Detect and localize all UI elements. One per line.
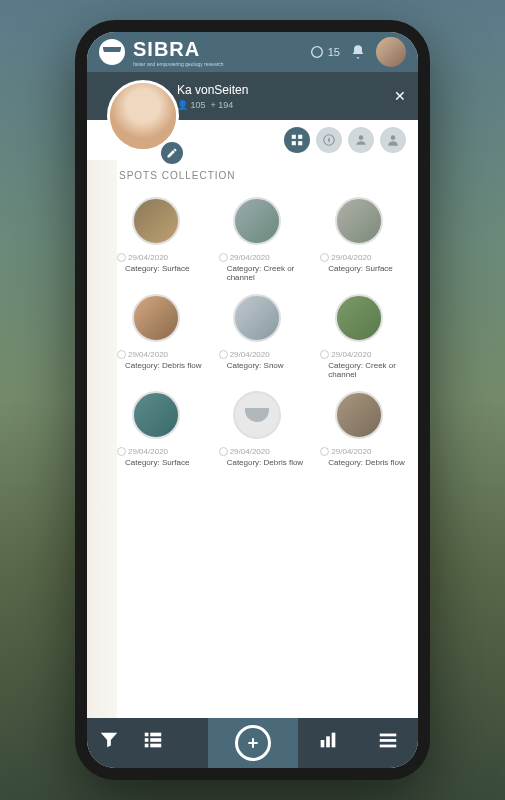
svg-rect-13 xyxy=(150,744,161,748)
svg-rect-11 xyxy=(150,738,161,742)
logo-tagline: faster and empowering geology research xyxy=(133,61,224,67)
logo-icon xyxy=(99,39,125,65)
spot-date: 29/04/2020 xyxy=(117,350,203,359)
spot-item[interactable]: 29/04/2020Category: Debris flow xyxy=(109,294,203,379)
section-title: SPOTS COLLECTION xyxy=(119,170,406,181)
spot-date: 29/04/2020 xyxy=(320,447,406,456)
spot-thumbnail xyxy=(335,197,383,245)
spot-category: Category: Creek or channel xyxy=(219,264,305,282)
spot-item[interactable]: 29/04/2020Category: Snow xyxy=(211,294,305,379)
spot-thumbnail xyxy=(335,294,383,342)
spot-date: 29/04/2020 xyxy=(117,253,203,262)
top-bar: SIBRA faster and empowering geology rese… xyxy=(87,32,418,72)
spot-item[interactable]: 29/04/2020Category: Surface xyxy=(109,197,203,282)
spot-category: Category: Snow xyxy=(219,361,305,370)
content-area: SPOTS COLLECTION 29/04/2020Category: Sur… xyxy=(87,160,418,718)
menu-button[interactable] xyxy=(366,718,410,762)
svg-point-6 xyxy=(359,135,364,140)
spot-item[interactable]: 29/04/2020Category: Debris flow xyxy=(211,391,305,467)
edit-button[interactable] xyxy=(159,140,185,166)
filter-button[interactable] xyxy=(87,718,131,762)
svg-rect-17 xyxy=(380,734,397,737)
stats-button[interactable] xyxy=(306,718,350,762)
spot-thumbnail xyxy=(335,391,383,439)
spot-category: Category: Surface xyxy=(117,458,203,467)
spot-category: Category: Debris flow xyxy=(117,361,203,370)
spot-thumbnail xyxy=(132,391,180,439)
spot-category: Category: Surface xyxy=(117,264,203,273)
spot-item[interactable]: 29/04/2020Category: Debris flow xyxy=(312,391,406,467)
add-button[interactable] xyxy=(235,725,271,761)
list-button[interactable] xyxy=(131,718,175,762)
spot-thumbnail xyxy=(233,391,281,439)
bell-icon[interactable] xyxy=(350,44,366,60)
svg-rect-16 xyxy=(331,733,335,748)
logo-text: SIBRA xyxy=(133,38,224,61)
svg-point-0 xyxy=(311,47,322,58)
svg-rect-8 xyxy=(145,733,149,737)
spot-category: Category: Creek or channel xyxy=(320,361,406,379)
profile-name: Ka vonSeiten xyxy=(177,83,248,97)
profile-stats: 👤 105 + 194 xyxy=(177,100,248,110)
spot-thumbnail xyxy=(132,197,180,245)
user-button[interactable] xyxy=(380,127,406,153)
spot-category: Category: Debris flow xyxy=(219,458,305,467)
grid-view-button[interactable] xyxy=(284,127,310,153)
spot-thumbnail xyxy=(132,294,180,342)
spot-item[interactable]: 29/04/2020Category: Surface xyxy=(312,197,406,282)
spot-date: 29/04/2020 xyxy=(117,447,203,456)
svg-rect-14 xyxy=(320,740,324,747)
svg-rect-19 xyxy=(380,745,397,748)
messages-icon[interactable]: 15 xyxy=(309,44,340,60)
svg-rect-9 xyxy=(150,733,161,737)
spot-thumbnail xyxy=(233,197,281,245)
svg-rect-1 xyxy=(292,135,296,139)
spot-date: 29/04/2020 xyxy=(320,350,406,359)
svg-point-7 xyxy=(391,135,396,140)
spot-date: 29/04/2020 xyxy=(320,253,406,262)
svg-rect-12 xyxy=(145,744,149,748)
svg-rect-15 xyxy=(326,736,330,747)
compass-button[interactable] xyxy=(316,127,342,153)
spot-date: 29/04/2020 xyxy=(219,253,305,262)
svg-rect-10 xyxy=(145,738,149,742)
spot-thumbnail xyxy=(233,294,281,342)
svg-rect-18 xyxy=(380,739,397,742)
spot-item[interactable]: 29/04/2020Category: Creek or channel xyxy=(211,197,305,282)
close-icon[interactable]: ✕ xyxy=(394,88,406,104)
spot-category: Category: Debris flow xyxy=(320,458,406,467)
svg-rect-3 xyxy=(292,141,296,145)
spot-date: 29/04/2020 xyxy=(219,447,305,456)
profile-button[interactable] xyxy=(348,127,374,153)
svg-rect-4 xyxy=(298,141,302,145)
svg-rect-2 xyxy=(298,135,302,139)
spot-category: Category: Surface xyxy=(320,264,406,273)
spot-item[interactable]: 29/04/2020Category: Surface xyxy=(109,391,203,467)
bottom-nav xyxy=(87,718,418,768)
spot-date: 29/04/2020 xyxy=(219,350,305,359)
spot-item[interactable]: 29/04/2020Category: Creek or channel xyxy=(312,294,406,379)
user-avatar[interactable] xyxy=(376,37,406,67)
